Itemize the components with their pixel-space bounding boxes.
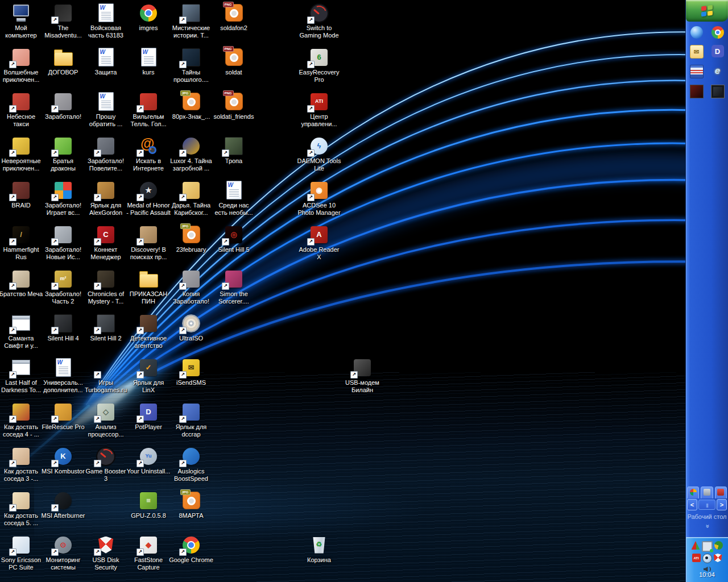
desktop-icon[interactable]: ≡GPU-Z.0.5.8 — [127, 490, 170, 519]
desktop-icon[interactable]: PNGsoldat — [212, 47, 255, 76]
desktop-icon[interactable]: ↗BRAID — [0, 180, 43, 209]
quicklaunch-picture-2-icon[interactable] — [711, 85, 725, 98]
desktop-icon[interactable]: ↗Братство Меча — [0, 269, 43, 298]
quicklaunch-internet-explorer-icon[interactable]: e — [712, 65, 724, 77]
desktop-icon[interactable]: JPG80px-Знак_... — [169, 92, 213, 120]
desktop-icon[interactable]: PNGsoldafon2 — [212, 3, 255, 32]
desktop-icon[interactable]: ↗Заработало! Повелите... — [84, 136, 127, 172]
window-button-2[interactable] — [701, 487, 713, 498]
desktop-icon[interactable]: ◎↗Silent Hill 5 — [212, 225, 255, 253]
desktop-icon[interactable]: ↗Как достать соседа 4 - ... — [0, 402, 43, 438]
desktop-icon[interactable]: Yu↗Your Uninstall... — [127, 446, 170, 475]
desktop-icon[interactable]: Мой компьютер — [0, 3, 43, 39]
quicklaunch-globe-icon[interactable] — [690, 26, 703, 39]
desktop-icon[interactable]: imgres — [127, 3, 170, 32]
desktop-icon[interactable]: ↗Simon the Sorcerer.... — [212, 269, 255, 305]
desktop[interactable]: Мой компьютер↗The Misadventu...Войсковая… — [0, 0, 728, 582]
quicklaunch-floppy-icon[interactable] — [690, 65, 704, 78]
desktop-icon[interactable]: m²↗Заработало! Часть 2 — [42, 269, 85, 305]
tray-network-icon[interactable] — [702, 541, 713, 552]
tray-eye-icon[interactable] — [702, 554, 712, 563]
start-button[interactable] — [686, 0, 728, 22]
desktop-icon[interactable]: ◉↗ACDSee 10 Photo Manager — [297, 180, 341, 217]
desktop-icon[interactable]: ДОГОВОР — [42, 47, 85, 76]
desktop-icon[interactable]: 6↗EasyRecovery Pro — [297, 47, 341, 84]
desktop-icon[interactable]: Универсаль... дополнител... — [42, 357, 85, 394]
tray-ati-icon[interactable]: ATI — [692, 554, 701, 562]
desktop-icon[interactable]: ϟ↗DAEMON Tools Lite — [297, 136, 341, 172]
scroll-right-button[interactable]: > — [717, 499, 727, 510]
window-button-3[interactable] — [715, 487, 727, 498]
desktop-icon[interactable]: ↗Игры Turbogames.ru — [84, 357, 127, 394]
desktop-icon[interactable]: Среди нас есть необы... — [212, 180, 255, 217]
desktop-icon[interactable]: D↗PotPlayer — [127, 402, 170, 431]
tray-idm-icon[interactable] — [714, 541, 723, 550]
desktop-icon[interactable]: ↗Как достать соседа 5. ... — [0, 490, 43, 527]
desktop-icon[interactable]: ↗Заработало! — [42, 92, 85, 120]
desktop-icon[interactable]: Прошу обратить ... — [84, 92, 127, 128]
desktop-icon[interactable]: ПРИКАЗСАН ПИН — [127, 269, 170, 305]
tray-usb-shield-icon[interactable] — [714, 554, 722, 562]
desktop-icon[interactable]: ↗Небесное такси — [0, 92, 43, 128]
desktop-icon[interactable]: ↗Невероятные приключен... — [0, 136, 43, 172]
desktop-icon[interactable]: ↗Мистические истории. Т... — [169, 3, 213, 39]
desktop-icon[interactable]: ↗Дарья. Тайна Карибског... — [169, 180, 213, 217]
desktop-icon[interactable]: ↗Заработало! Новые Ис... — [42, 225, 85, 261]
scroll-slider[interactable] — [698, 500, 715, 510]
desktop-icon[interactable]: ↗Game Booster 3 — [84, 446, 127, 483]
desktop-icon[interactable]: PNGsoldati_friends — [212, 92, 255, 120]
desktop-icon[interactable]: ↗Silent Hill 4 — [42, 313, 85, 342]
desktop-icon[interactable]: ↗Тропа — [212, 136, 255, 165]
desktop-icon[interactable]: ↗UltraISO — [169, 313, 213, 342]
desktop-icon[interactable]: ↗The Misadventu... — [42, 3, 85, 39]
desktop-icon[interactable]: ↗Детективное агентство — [127, 313, 170, 350]
desktop-icon[interactable]: ↗Волшебные приключен... — [0, 47, 43, 84]
desktop-icon[interactable]: ↗Копия Заработало! — [169, 269, 213, 305]
desktop-icon[interactable]: ↗MSI Afterburner — [42, 490, 85, 519]
quicklaunch-picture-1-icon[interactable] — [690, 85, 704, 98]
desktop-icon[interactable]: ↗Auslogics BoostSpeed — [169, 446, 213, 483]
desktop-icon[interactable]: ↗FileRescue Pro — [42, 402, 85, 431]
clock[interactable]: 10:04 — [686, 571, 728, 578]
toolbar-chevron-icon[interactable]: « — [686, 523, 728, 530]
desktop-icon[interactable]: ↗USB Disk Security — [84, 535, 127, 571]
desktop-icon[interactable]: ★↗Medal of Honor - Pacific Assault — [127, 180, 170, 217]
desktop-icon[interactable]: /↗Hammerfight Rus — [0, 225, 43, 261]
desktop-icon[interactable]: ↗Google Chrome — [169, 535, 213, 564]
desktop-icon[interactable]: ↗Luxor 4. Тайна загробной ... — [169, 136, 213, 172]
desktop-icon[interactable]: ATI↗Центр управлени... — [297, 92, 341, 128]
desktop-icon[interactable]: ↗Саманта Свифт и у... — [0, 313, 43, 350]
desktop-icon[interactable]: Защита — [84, 47, 127, 76]
quicklaunch-potplayer-icon[interactable]: D — [712, 45, 724, 57]
desktop-icon[interactable]: ↗Switch to Gaming Mode — [297, 3, 341, 39]
window-button-1[interactable] — [687, 487, 699, 498]
desktop-icon[interactable]: ↗Братья драконы — [42, 136, 85, 172]
desktop-icon[interactable]: Войсковая часть 63183 — [84, 3, 127, 39]
desktop-icon[interactable]: ↗Last Half of Darkness To... — [0, 357, 43, 394]
desktop-icon[interactable]: ↗Тайны прошлого.... — [169, 47, 213, 84]
desktop-icon[interactable]: ↗Ярлык для dccrap — [169, 402, 213, 438]
desktop-icon[interactable]: ↗Ярлык для AlexGordon — [84, 180, 127, 217]
desktop-icon[interactable]: kurs — [127, 47, 170, 76]
desktop-icon[interactable]: C↗Коннект Менеджер — [84, 225, 127, 261]
desktop-icon[interactable]: ↗Как достать соседа 3 -... — [0, 446, 43, 483]
tray-afterburner-icon[interactable] — [692, 541, 700, 550]
desktop-icon[interactable]: JPG8МАРТА — [169, 490, 213, 519]
desktop-icon[interactable]: ✉↗iSendSMS — [169, 357, 213, 386]
desktop-icon[interactable]: Корзина — [297, 535, 341, 564]
desktop-icon[interactable]: ↗Вильгельм Телль. Гол... — [127, 92, 170, 128]
desktop-icon[interactable]: ↗Silent Hill 2 — [84, 313, 127, 342]
desktop-icon[interactable]: A↗Adobe Reader X — [297, 225, 341, 261]
desktop-icon[interactable]: ⊙↗Мониторинг системы — [42, 535, 85, 571]
desktop-icon[interactable]: JPG23february — [169, 225, 213, 253]
desktop-icon[interactable]: ↗Искать в Интернете — [127, 136, 170, 172]
desktop-icon[interactable]: ◆↗FastStone Capture — [127, 535, 170, 571]
desktop-icon[interactable]: ◇↗Анализ процессор... — [84, 402, 127, 438]
desktop-icon[interactable]: ✓↗Ярлык для LinX — [127, 357, 170, 394]
desktop-icon[interactable]: ↗Discovery! В поисках пр... — [127, 225, 170, 261]
desktop-icon[interactable]: ↗USB-модем Билайн — [341, 357, 384, 394]
scroll-left-button[interactable]: < — [687, 499, 697, 510]
desktop-icon[interactable]: ↗Sony Ericsson PC Suite — [0, 535, 43, 571]
quicklaunch-chrome-icon[interactable] — [712, 26, 724, 39]
desktop-icon[interactable]: ↗Chronicles of Mystery - T... — [84, 269, 127, 305]
